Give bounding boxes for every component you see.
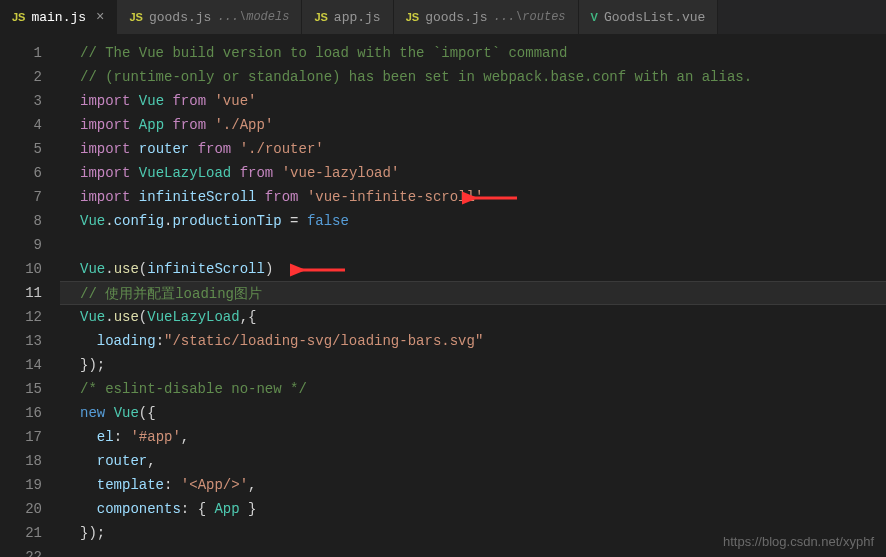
code-line[interactable]: loading:"/static/loading-svg/loading-bar… — [60, 329, 886, 353]
token-kw: import — [80, 141, 130, 157]
line-gutter: 12345678910111213141516171819202122 — [0, 35, 60, 557]
line-number: 14 — [0, 353, 60, 377]
token-cls: Vue — [114, 405, 139, 421]
token-kw: from — [172, 117, 206, 133]
token-var: router — [97, 453, 147, 469]
tab-suffix: ...\models — [217, 10, 289, 24]
line-number: 17 — [0, 425, 60, 449]
token-var: infiniteScroll — [147, 261, 265, 277]
token-punct — [80, 333, 97, 349]
token-punct — [130, 165, 138, 181]
token-fn: use — [114, 261, 139, 277]
token-punct — [130, 93, 138, 109]
token-str: '<App/>' — [181, 477, 248, 493]
token-str: './App' — [214, 117, 273, 133]
code-line[interactable]: /* eslint-disable no-new */ — [60, 377, 886, 401]
token-bool: false — [307, 213, 349, 229]
line-number: 19 — [0, 473, 60, 497]
line-number: 21 — [0, 521, 60, 545]
tab-GoodsList-vue[interactable]: VGoodsList.vue — [579, 0, 719, 34]
token-punct: , — [248, 477, 256, 493]
token-cls: App — [214, 501, 239, 517]
code-line[interactable]: Vue.use(infiniteScroll) — [60, 257, 886, 281]
vue-file-icon: V — [591, 11, 598, 23]
line-number: 5 — [0, 137, 60, 161]
token-punct — [273, 165, 281, 181]
tab-bar: JSmain.js×JSgoods.js...\modelsJSapp.jsJS… — [0, 0, 886, 35]
token-cls: App — [139, 117, 164, 133]
line-number: 13 — [0, 329, 60, 353]
code-line[interactable]: // (runtime-only or standalone) has been… — [60, 65, 886, 89]
token-punct: ({ — [139, 405, 156, 421]
token-cls: Vue — [80, 309, 105, 325]
code-area[interactable]: // The Vue build version to load with th… — [60, 35, 886, 557]
line-number: 20 — [0, 497, 60, 521]
token-str: '#app' — [130, 429, 180, 445]
token-var: productionTip — [172, 213, 281, 229]
js-file-icon: JS — [314, 11, 327, 23]
line-number: 18 — [0, 449, 60, 473]
watermark: https://blog.csdn.net/xyphf — [723, 534, 874, 549]
token-cls: Vue — [80, 213, 105, 229]
code-line[interactable]: import router from './router' — [60, 137, 886, 161]
token-str: 'vue' — [214, 93, 256, 109]
tab-label: app.js — [334, 10, 381, 25]
line-number: 10 — [0, 257, 60, 281]
token-prop: el — [97, 429, 114, 445]
token-punct — [105, 405, 113, 421]
code-line[interactable]: new Vue({ — [60, 401, 886, 425]
token-cm: // 使用并配置loading图片 — [80, 286, 262, 302]
token-punct — [130, 117, 138, 133]
code-line[interactable]: el: '#app', — [60, 425, 886, 449]
token-cls: VueLazyLoad — [147, 309, 239, 325]
token-kw: from — [172, 93, 206, 109]
token-kw: from — [198, 141, 232, 157]
token-punct: , — [181, 429, 189, 445]
close-icon[interactable]: × — [96, 9, 104, 25]
tab-app-js[interactable]: JSapp.js — [302, 0, 393, 34]
token-kw: import — [80, 117, 130, 133]
code-line[interactable]: import VueLazyLoad from 'vue-lazyload' — [60, 161, 886, 185]
code-line[interactable] — [60, 233, 886, 257]
token-kw: from — [240, 165, 274, 181]
editor: 12345678910111213141516171819202122 // T… — [0, 35, 886, 557]
code-line[interactable]: import infiniteScroll from 'vue-infinite… — [60, 185, 886, 209]
code-line[interactable]: router, — [60, 449, 886, 473]
token-punct: : — [164, 477, 181, 493]
token-punct — [80, 453, 97, 469]
token-punct: ,{ — [240, 309, 257, 325]
line-number: 6 — [0, 161, 60, 185]
token-str: 'vue-lazyload' — [282, 165, 400, 181]
code-line[interactable]: Vue.config.productionTip = false — [60, 209, 886, 233]
tab-main-js[interactable]: JSmain.js× — [0, 0, 117, 34]
line-number: 9 — [0, 233, 60, 257]
line-number: 7 — [0, 185, 60, 209]
token-cls: Vue — [139, 93, 164, 109]
line-number: 3 — [0, 89, 60, 113]
js-file-icon: JS — [129, 11, 142, 23]
line-number: 12 — [0, 305, 60, 329]
token-prop: components — [97, 501, 181, 517]
code-line[interactable]: }); — [60, 353, 886, 377]
token-kw: import — [80, 93, 130, 109]
token-new: new — [80, 405, 105, 421]
tab-goods-js[interactable]: JSgoods.js...\models — [117, 0, 302, 34]
code-line[interactable]: import Vue from 'vue' — [60, 89, 886, 113]
code-line[interactable]: // The Vue build version to load with th… — [60, 41, 886, 65]
line-number: 4 — [0, 113, 60, 137]
tab-goods-js[interactable]: JSgoods.js...\routes — [394, 0, 579, 34]
code-line[interactable]: import App from './App' — [60, 113, 886, 137]
code-line[interactable]: Vue.use(VueLazyLoad,{ — [60, 305, 886, 329]
token-punct — [231, 141, 239, 157]
token-punct: . — [105, 261, 113, 277]
code-line[interactable]: components: { App } — [60, 497, 886, 521]
token-punct — [231, 165, 239, 181]
code-line[interactable]: template: '<App/>', — [60, 473, 886, 497]
token-str: './router' — [240, 141, 324, 157]
line-number: 2 — [0, 65, 60, 89]
js-file-icon: JS — [12, 11, 25, 23]
token-fn: use — [114, 309, 139, 325]
token-punct: } — [240, 501, 257, 517]
line-number: 16 — [0, 401, 60, 425]
code-line[interactable]: // 使用并配置loading图片 — [60, 281, 886, 305]
